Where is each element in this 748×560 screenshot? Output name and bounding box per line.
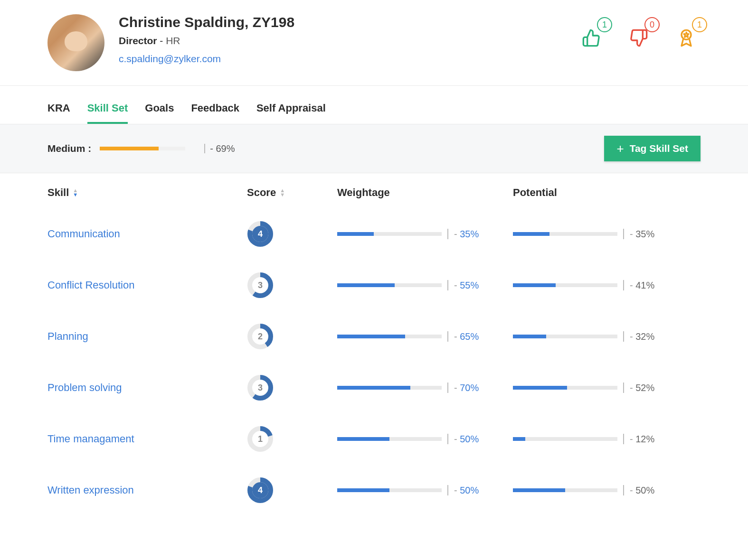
score-donut: 2: [247, 323, 274, 350]
table-header: Skill ▲▼ Score ▲▼ Weightage Potential: [47, 173, 701, 208]
col-skill-header[interactable]: Skill ▲▼: [47, 187, 247, 199]
table-row: Written expression 4 50% 50%: [47, 465, 701, 516]
score-donut: 4: [247, 221, 274, 247]
potential-value: 12%: [630, 434, 654, 445]
award-icon: [677, 28, 696, 47]
col-score-header[interactable]: Score ▲▼: [247, 187, 337, 199]
skill-name-link[interactable]: Problem solving: [47, 382, 122, 393]
potential-value: 50%: [630, 485, 654, 496]
award-badge[interactable]: 1: [672, 24, 701, 52]
profile-name: Christine Spalding, ZY198: [119, 14, 577, 30]
weightage-bar: 50%: [337, 485, 513, 496]
avatar[interactable]: [47, 14, 104, 71]
thumbs-up-badge[interactable]: 1: [577, 24, 606, 52]
weightage-value: 65%: [454, 331, 479, 342]
potential-bar: 35%: [513, 229, 655, 240]
medium-percent: - 69%: [210, 143, 235, 154]
weightage-bar: 65%: [337, 331, 513, 342]
weightage-value: 70%: [454, 383, 479, 393]
weightage-bar: 55%: [337, 280, 513, 291]
profile-email[interactable]: c.spalding@zylker.com: [119, 53, 221, 64]
table-row: Communication 4 35% 35%: [47, 208, 701, 260]
weightage-value: 50%: [454, 485, 479, 496]
potential-value: 52%: [630, 383, 654, 393]
weightage-bar: 50%: [337, 434, 513, 445]
medium-bar: Medium : - 69% + Tag Skill Set: [0, 124, 748, 173]
potential-bar: 12%: [513, 434, 655, 445]
medium-progress-track: [100, 147, 185, 150]
thumbs-down-icon: [629, 28, 648, 47]
medium-label: Medium :: [47, 143, 91, 154]
table-row: Planning 2 65% 32%: [47, 311, 701, 362]
weightage-value: 35%: [454, 229, 479, 240]
profile-title: Director: [119, 35, 157, 46]
potential-value: 32%: [630, 331, 654, 342]
thumbs-up-count: 1: [597, 17, 612, 32]
tab-self-appraisal[interactable]: Self Appraisal: [256, 98, 326, 124]
medium-progress-fill: [100, 147, 159, 150]
skills-table: Skill ▲▼ Score ▲▼ Weightage Potential Co…: [0, 173, 748, 516]
col-weightage-header: Weightage: [337, 187, 513, 199]
skill-name-link[interactable]: Communication: [47, 228, 120, 240]
tab-goals[interactable]: Goals: [145, 98, 174, 124]
thumbs-down-count: 0: [644, 17, 660, 32]
table-row: Conflict Resolution 3 55% 41%: [47, 260, 701, 311]
tabs: KRASkill SetGoalsFeedbackSelf Appraisal: [0, 98, 748, 124]
table-row: Time managament 1 50% 12%: [47, 413, 701, 465]
skill-name-link[interactable]: Written expression: [47, 484, 134, 496]
potential-bar: 41%: [513, 280, 655, 291]
svg-point-0: [682, 30, 691, 39]
award-count: 1: [692, 17, 707, 32]
potential-bar: 32%: [513, 331, 655, 342]
profile-role: Director - HR: [119, 35, 577, 47]
potential-value: 41%: [630, 280, 654, 291]
sort-icon: ▲▼: [280, 188, 285, 197]
profile-info: Christine Spalding, ZY198 Director - HR …: [119, 14, 577, 65]
col-potential-label: Potential: [513, 187, 557, 199]
tag-skill-set-button[interactable]: + Tag Skill Set: [604, 136, 701, 161]
tab-skill-set[interactable]: Skill Set: [87, 98, 128, 124]
sort-icon: ▲▼: [73, 188, 78, 197]
thumbs-down-badge[interactable]: 0: [625, 24, 653, 52]
col-weightage-label: Weightage: [337, 187, 390, 199]
table-row: Problem solving 3 70% 52%: [47, 362, 701, 413]
weightage-value: 55%: [454, 280, 479, 291]
tab-kra[interactable]: KRA: [47, 98, 70, 124]
tag-button-label: Tag Skill Set: [630, 143, 688, 154]
potential-bar: 52%: [513, 383, 655, 393]
skill-name-link[interactable]: Time managament: [47, 433, 134, 445]
thumbs-up-icon: [582, 28, 601, 47]
profile-department: HR: [166, 35, 180, 46]
col-score-label: Score: [247, 187, 276, 199]
weightage-bar: 70%: [337, 383, 513, 393]
score-donut: 3: [247, 272, 274, 299]
tab-feedback[interactable]: Feedback: [191, 98, 239, 124]
score-donut: 1: [247, 426, 274, 452]
weightage-value: 50%: [454, 434, 479, 445]
plus-icon: +: [616, 142, 624, 155]
weightage-bar: 35%: [337, 229, 513, 240]
score-donut: 4: [247, 477, 274, 504]
skill-name-link[interactable]: Conflict Resolution: [47, 279, 134, 291]
potential-bar: 50%: [513, 485, 655, 496]
medium-end-tick: [204, 144, 205, 153]
badges: 1 0 1: [577, 14, 701, 52]
score-donut: 3: [247, 374, 274, 401]
skill-name-link[interactable]: Planning: [47, 330, 88, 342]
col-skill-label: Skill: [47, 187, 69, 199]
profile-header: Christine Spalding, ZY198 Director - HR …: [0, 14, 748, 86]
col-potential-header: Potential: [513, 187, 655, 199]
potential-value: 35%: [630, 229, 654, 240]
